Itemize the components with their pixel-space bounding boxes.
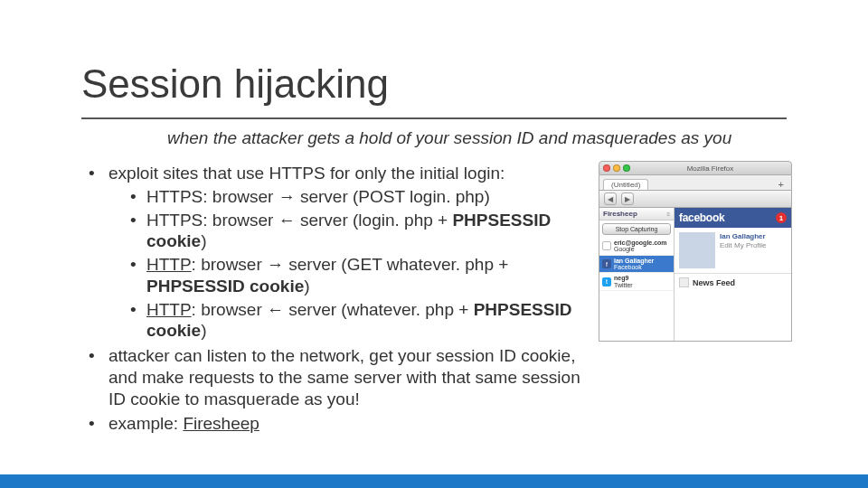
news-feed-row: News Feed — [675, 273, 791, 291]
browser-tab: (Untitled) — [603, 179, 648, 190]
window-titlebar: Mozilla Firefox — [599, 161, 792, 175]
user2-service: Facebook — [614, 264, 654, 270]
facebook-logo: facebook — [679, 211, 724, 224]
bullet-1c: HTTP: browser → server (GET whatever. ph… — [108, 254, 588, 297]
sidebar-header: Firesheep ≡ — [599, 208, 674, 221]
window-title-text: Mozilla Firefox — [687, 164, 734, 173]
zoom-icon — [623, 164, 630, 172]
bullet-1c-bold: PHPSESSID cookie — [146, 277, 304, 296]
bullet-1a: HTTPS: browser → server (POST login. php… — [108, 186, 588, 208]
profile-block: Ian Gallagher Edit My Profile — [675, 228, 791, 273]
bullet-1-text: exploit sites that use HTTPS for only th… — [108, 164, 505, 183]
edit-profile-link: Edit My Profile — [720, 241, 767, 249]
bullet-1c-p2: : browser → server (GET whatever. php + — [192, 255, 509, 274]
bullet-1d-u: HTTP — [146, 300, 192, 319]
bullet-1d-p2: : browser ← server (whatever. php + — [192, 300, 474, 319]
bullet-3: example: Firesheep — [81, 413, 588, 435]
user3-service: Twitter — [614, 282, 633, 288]
new-tab-icon: + — [775, 179, 788, 190]
firesheep-sidebar: Firesheep ≡ Stop Capturing G eric@google… — [599, 208, 675, 341]
user1-name: eric@google.com — [614, 239, 667, 246]
bullet-1b: HTTPS: browser ← server (login. php + PH… — [108, 210, 588, 253]
captured-user-3: t neg9 Twitter — [599, 273, 674, 291]
forward-button: ▶ — [621, 192, 634, 205]
facebook-icon: f — [602, 259, 611, 268]
nav-toolbar: ◀ ▶ — [599, 190, 792, 208]
tab-bar: (Untitled) + — [599, 175, 792, 190]
bullet-1d-p4: ) — [201, 321, 206, 340]
slide-bottom-bar — [0, 474, 868, 488]
avatar — [679, 232, 715, 268]
bullet-content: exploit sites that use HTTPS for only th… — [81, 163, 588, 438]
slide-title: Session hijacking — [81, 61, 389, 107]
close-icon — [603, 164, 610, 172]
news-feed-icon — [679, 277, 689, 287]
back-button: ◀ — [604, 192, 617, 205]
firesheep-screenshot: Mozilla Firefox (Untitled) + ◀ ▶ Fireshe… — [599, 161, 792, 342]
google-icon: G — [602, 241, 611, 250]
user3-name: neg9 — [614, 275, 633, 281]
twitter-icon: t — [602, 277, 611, 286]
profile-name: Ian Gallagher — [720, 232, 767, 240]
facebook-panel: facebook 1 Ian Gallagher Edit My Profile… — [675, 208, 791, 341]
firesheep-link[interactable]: Firesheep — [183, 414, 259, 433]
user1-service: Google — [614, 246, 667, 252]
user2-name: Ian Gallagher — [614, 258, 654, 264]
minimize-icon — [613, 164, 620, 172]
bullet-1b-p1: HTTPS: browser ← server (login. php + — [146, 211, 452, 230]
bullet-1: exploit sites that use HTTPS for only th… — [81, 163, 588, 342]
title-rule — [81, 117, 787, 119]
bullet-1d: HTTP: browser ← server (whatever. php + … — [108, 299, 588, 343]
captured-user-1: G eric@google.com Google — [599, 238, 674, 256]
slide-subtitle: when the attacker gets a hold of your se… — [167, 128, 731, 148]
bullet-2: attacker can listen to the network, get … — [81, 345, 588, 409]
stop-capturing-button: Stop Capturing — [602, 223, 671, 235]
facebook-topbar: facebook 1 — [675, 208, 791, 228]
bullet-3-prefix: example: — [108, 414, 183, 433]
sidebar-menu-icon: ≡ — [666, 211, 670, 217]
sidebar-title: Firesheep — [603, 210, 637, 218]
bullet-1c-u: HTTP — [146, 255, 192, 274]
captured-user-2: f Ian Gallagher Facebook — [599, 256, 674, 274]
news-feed-label: News Feed — [693, 278, 735, 287]
notification-badge: 1 — [776, 212, 787, 223]
bullet-1c-p4: ) — [304, 277, 309, 296]
bullet-1b-p3: ) — [201, 231, 206, 250]
